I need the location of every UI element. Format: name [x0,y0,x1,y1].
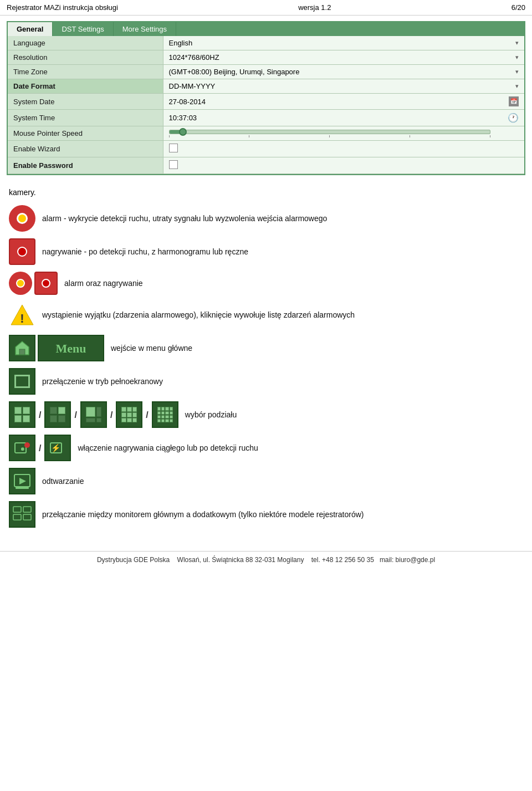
calendar-icon[interactable]: 📅 [509,96,519,106]
settings-panel: General DST Settings More Settings Langu… [7,21,525,175]
split-icons: / / / [9,401,178,428]
split-row: / / / [9,401,523,428]
svg-marker-10 [19,478,26,484]
setting-value-language[interactable]: English ▾ [163,36,524,50]
document-version: wersja 1.2 [298,3,331,12]
motion-record-icon: ⚡ [44,435,71,461]
document-page: 6/20 [511,3,525,12]
document-title: Rejestrator MAZi instrukcja obsługi [7,3,118,12]
setting-value-enable-password[interactable] [163,157,524,174]
fullscreen-row: przełączenie w tryb pełnoekranowy [9,368,523,395]
main-content: kamery. alarm - wykrycie detekcji ruchu,… [0,181,532,540]
alarm-record-row: alarm oraz nagrywanie [9,272,523,295]
continuous-record-icon: ⏺ [9,435,35,461]
setting-value-system-time[interactable]: 10:37:03 🕐 [163,110,524,126]
setting-label-date-format: Date Format [8,79,163,94]
footer-address: Wlosań, ul. Świątnicka 88 32-031 Mogilan… [177,556,304,564]
grid-2x2-icon [9,401,35,428]
svg-text:⚡: ⚡ [51,443,61,453]
setting-label-enable-wizard: Enable Wizard [8,141,163,157]
table-row: Enable Wizard [8,141,524,157]
setting-value-enable-wizard[interactable] [163,141,524,157]
document-header: Rejestrator MAZi instrukcja obsługi wers… [0,0,532,16]
table-row: Enable Password [8,157,524,174]
setting-value-system-date[interactable]: 27-08-2014 📅 [163,94,524,110]
svg-text:⏺: ⏺ [20,446,25,452]
exception-description: wystąpienie wyjątku (zdarzenia alarmoweg… [42,309,355,321]
slash-5: / [39,441,41,456]
table-row: Time Zone (GMT+08:00) Beijing, Urumqi, S… [8,65,524,79]
svg-rect-15 [23,514,31,520]
table-row: Mouse Pointer Speed [8,126,524,141]
settings-tabs: General DST Settings More Settings [8,22,524,36]
alarm-icon-2 [9,272,32,295]
grid-corner-icon [80,401,107,428]
setting-value-date-format[interactable]: DD-MM-YYYY ▾ [163,79,524,94]
slash-4: / [146,408,148,422]
svg-rect-11 [16,487,29,489]
playback-description: odtwarzanie [42,476,84,487]
recording-toggle-icons: ⏺ / ⚡ [9,435,71,461]
table-row: Date Format DD-MM-YYYY ▾ [8,79,524,94]
playback-row: odtwarzanie [9,468,523,494]
monitor-switch-icon [9,501,35,528]
tab-general[interactable]: General [8,22,53,36]
record-icon [9,238,35,265]
alarm-description: alarm - wykrycie detekcji ruchu, utraty … [42,213,327,224]
recording-toggle-description: włączenie nagrywania ciągłego lub po det… [78,442,258,454]
alarm-icon [9,205,35,232]
enable-wizard-checkbox[interactable] [169,144,178,152]
setting-label-timezone: Time Zone [8,65,163,79]
svg-rect-3 [19,349,25,355]
menu-row: Menu wejście w menu główne [9,335,523,361]
monitor-description: przełączanie między monitorem głównym a … [42,509,364,520]
footer-company: Dystrybucja GDE Polska [97,556,170,564]
table-row: System Date 27-08-2014 📅 [8,94,524,110]
table-row: Language English ▾ [8,36,524,50]
svg-text:!: ! [20,312,24,325]
monitor-switch-row: przełączanie między monitorem głównym a … [9,501,523,528]
home-menu-icon [9,335,35,361]
table-row: Resolution 1024*768/60HZ ▾ [8,50,524,65]
exception-row[interactable]: ! wystąpienie wyjątku (zdarzenia alarmow… [9,302,523,328]
grid-highlight-icon [44,401,71,428]
setting-value-resolution[interactable]: 1024*768/60HZ ▾ [163,50,524,65]
menu-text-icon: Menu [38,335,104,361]
chevron-down-icon: ▾ [515,39,519,47]
record-row: nagrywanie - po detekcji ruchu, z harmon… [9,238,523,265]
footer-phone: tel. +48 12 256 50 35 [311,556,374,564]
setting-value-timezone[interactable]: (GMT+08:00) Beijing, Urumqi, Singapore ▾ [163,65,524,79]
chevron-down-icon: ▾ [515,83,519,90]
alarm-row: alarm - wykrycie detekcji ruchu, utraty … [9,205,523,232]
setting-label-resolution: Resolution [8,50,163,65]
chevron-down-icon: ▾ [515,54,519,61]
chevron-down-icon: ▾ [515,68,519,75]
tab-dst-settings[interactable]: DST Settings [53,22,113,36]
playback-icon [9,468,35,494]
clock-icon: 🕐 [508,113,519,123]
setting-label-language: Language [8,36,163,50]
grid-4col-icon [152,401,178,428]
setting-label-mouse-speed: Mouse Pointer Speed [8,126,163,141]
fullscreen-description: przełączenie w tryb pełnoekranowy [42,376,163,387]
svg-rect-14 [13,514,21,520]
slash-1: / [39,408,41,422]
slash-3: / [110,408,112,422]
fullscreen-icon [9,368,35,395]
warning-icon[interactable]: ! [9,302,35,328]
setting-label-system-date: System Date [8,94,163,110]
recording-toggle-row: ⏺ / ⚡ włączenie nagrywania ciągłego lub … [9,435,523,461]
svg-rect-13 [23,507,31,512]
grid-3x3-icon [116,401,142,428]
setting-value-mouse-speed [163,126,524,141]
record-description: nagrywanie - po detekcji ruchu, z harmon… [42,246,248,258]
table-row: System Time 10:37:03 🕐 [8,110,524,126]
enable-password-checkbox[interactable] [169,160,178,169]
settings-table: Language English ▾ Resolution 1024*768/6… [8,36,524,174]
alarm-record-description: alarm oraz nagrywanie [64,278,143,289]
mouse-speed-slider[interactable] [169,130,490,134]
setting-label-enable-password: Enable Password [8,157,163,174]
kamery-label: kamery. [9,186,523,198]
svg-rect-12 [13,507,21,512]
tab-more-settings[interactable]: More Settings [114,22,176,36]
